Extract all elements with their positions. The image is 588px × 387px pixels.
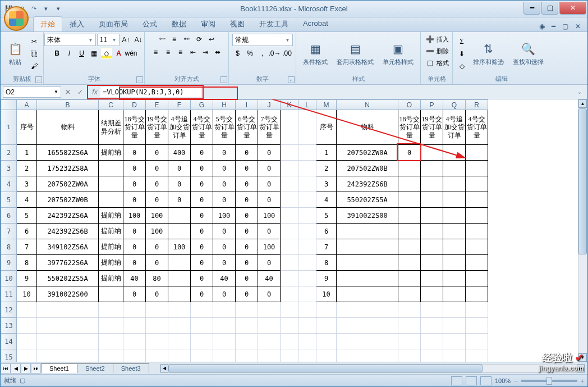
fill-icon[interactable]: ⬇	[456, 48, 467, 60]
row-header-14[interactable]: 14	[1, 334, 17, 349]
format-painter-icon[interactable]: 🖌	[29, 61, 40, 72]
align-left-icon[interactable]: ≡	[150, 47, 162, 58]
col-header-P[interactable]: P	[421, 100, 443, 110]
row-header-7[interactable]: 7	[1, 224, 17, 239]
row-header-2[interactable]: 2	[1, 145, 17, 161]
tab-开发工具[interactable]: 开发工具	[252, 16, 296, 31]
maximize-button[interactable]: ▢	[541, 2, 558, 15]
tab-数据[interactable]: 数据	[164, 16, 194, 31]
indent-decrease-icon[interactable]: ⇤	[187, 47, 199, 58]
percent-icon[interactable]: %	[245, 48, 256, 59]
ribbon-min-icon[interactable]: ━	[549, 21, 558, 31]
number-launcher-icon[interactable]: ⌐	[288, 76, 295, 83]
sheet-tab-Sheet1[interactable]: Sheet1	[41, 363, 77, 373]
inc-decimal-icon[interactable]: .0→	[269, 48, 281, 59]
sort-filter-button[interactable]: ⇅排序和筛选	[470, 40, 507, 67]
redo-icon[interactable]: ↷	[29, 4, 39, 14]
cut-icon[interactable]: ✂	[29, 36, 40, 47]
formula-input[interactable]: =VLOOKUP(N2,B:J,3,0)	[100, 87, 201, 97]
zoom-in-icon[interactable]: +	[581, 377, 584, 384]
col-header-J[interactable]: J	[258, 100, 281, 110]
tab-公式[interactable]: 公式	[135, 16, 164, 31]
row-header-9[interactable]: 9	[1, 255, 17, 271]
sheet-nav[interactable]: ⏮◀▶⏭	[1, 363, 41, 374]
zoom-slider[interactable]	[521, 380, 577, 382]
office-button[interactable]	[4, 6, 29, 31]
clipboard-launcher-icon[interactable]: ⌐	[35, 76, 42, 83]
page-layout-view-icon[interactable]	[466, 376, 477, 385]
autosum-icon[interactable]: Σ	[456, 36, 467, 47]
ribbon-help-icon[interactable]: ◉	[537, 21, 547, 31]
undo-dd-icon[interactable]: ▾	[41, 4, 51, 14]
col-header-R[interactable]: R	[466, 100, 488, 110]
dec-decimal-icon[interactable]: .00	[282, 48, 293, 59]
horizontal-scrollbar[interactable]: ◀ ▶	[160, 364, 585, 373]
tab-审阅[interactable]: 审阅	[194, 16, 223, 31]
conditional-format-button[interactable]: ▦条件格式	[300, 40, 331, 67]
table-format-button[interactable]: ▤套用表格格式	[333, 40, 377, 67]
col-header-L[interactable]: L	[298, 100, 316, 110]
col-header-M[interactable]: M	[316, 100, 337, 110]
align-launcher-icon[interactable]: ⌐	[220, 76, 227, 83]
sheet-tab-Sheet3[interactable]: Sheet3	[113, 363, 149, 373]
name-box[interactable]: O2▼	[3, 86, 61, 98]
tab-开始[interactable]: 开始	[33, 16, 62, 31]
font-color-icon[interactable]: A	[113, 48, 125, 59]
number-format-combo[interactable]: 常规▼	[232, 34, 293, 46]
fx-icon[interactable]: fx	[89, 86, 100, 98]
spreadsheet-grid[interactable]: ABCDEFGHIJKLMNOPQR1序号物料纳期差异分析18号交货订单量19号…	[1, 99, 488, 362]
tab-页面布局[interactable]: 页面布局	[91, 16, 135, 31]
macro-icon[interactable]: ▢	[20, 377, 25, 384]
italic-icon[interactable]: I	[64, 48, 75, 59]
insert-cells-icon[interactable]: ➕	[424, 34, 435, 45]
doc-close-icon[interactable]: ✕	[573, 21, 583, 31]
border-icon[interactable]: ▦	[89, 48, 100, 59]
sheet-tab-Sheet2[interactable]: Sheet2	[77, 363, 113, 373]
font-name-combo[interactable]: 宋体▼	[44, 34, 96, 46]
comma-icon[interactable]: ,	[257, 48, 268, 59]
zoom-out-icon[interactable]: −	[514, 377, 517, 384]
align-bot-icon[interactable]: ⬴	[181, 34, 192, 45]
col-header-G[interactable]: G	[191, 100, 213, 110]
row-header-12[interactable]: 12	[1, 302, 17, 318]
merge-icon[interactable]: ⬌	[212, 47, 223, 58]
qat-more-icon[interactable]: ▾	[53, 4, 63, 14]
expand-formula-icon[interactable]: ⌄	[574, 86, 585, 98]
col-header-A[interactable]: A	[17, 100, 37, 110]
col-header-I[interactable]: I	[236, 100, 258, 110]
zoom-level[interactable]: 100%	[495, 377, 511, 384]
align-top-icon[interactable]: ⬳	[157, 34, 168, 45]
row-header-4[interactable]: 4	[1, 176, 17, 192]
row-header-15[interactable]: 15	[1, 349, 17, 362]
tab-视图[interactable]: 视图	[223, 16, 252, 31]
select-all-corner[interactable]	[1, 100, 17, 110]
row-header-6[interactable]: 6	[1, 208, 17, 224]
align-center-icon[interactable]: ≡	[163, 47, 174, 58]
cell-styles-button[interactable]: ▣单元格样式	[379, 40, 417, 67]
format-cells-icon[interactable]: ▢	[424, 57, 435, 69]
row-header-8[interactable]: 8	[1, 239, 17, 255]
cancel-formula-icon[interactable]: ✕	[62, 86, 74, 98]
row-header-3[interactable]: 3	[1, 161, 17, 176]
row-header-13[interactable]: 13	[1, 318, 17, 334]
underline-icon[interactable]: U	[76, 48, 88, 59]
currency-icon[interactable]: $	[232, 48, 244, 59]
enter-formula-icon[interactable]: ✓	[75, 86, 86, 98]
tab-插入[interactable]: 插入	[62, 16, 91, 31]
phonetic-icon[interactable]: wén	[126, 48, 137, 59]
col-header-H[interactable]: H	[213, 100, 236, 110]
fill-color-icon[interactable]: ◇	[101, 48, 112, 59]
clear-icon[interactable]: ◇	[456, 61, 467, 72]
bold-icon[interactable]: B	[52, 48, 63, 59]
row-header-10[interactable]: 10	[1, 271, 17, 286]
col-header-B[interactable]: B	[37, 100, 99, 110]
shrink-font-icon[interactable]: A↓	[133, 34, 144, 45]
vertical-scrollbar[interactable]: ▲ ▼	[578, 99, 587, 362]
col-header-Q[interactable]: Q	[443, 100, 466, 110]
page-break-view-icon[interactable]	[480, 376, 491, 385]
row-header-5[interactable]: 5	[1, 192, 17, 208]
row-header-1[interactable]: 1	[1, 110, 17, 145]
col-header-O[interactable]: O	[398, 100, 421, 110]
col-header-E[interactable]: E	[146, 100, 168, 110]
col-header-N[interactable]: N	[337, 100, 398, 110]
